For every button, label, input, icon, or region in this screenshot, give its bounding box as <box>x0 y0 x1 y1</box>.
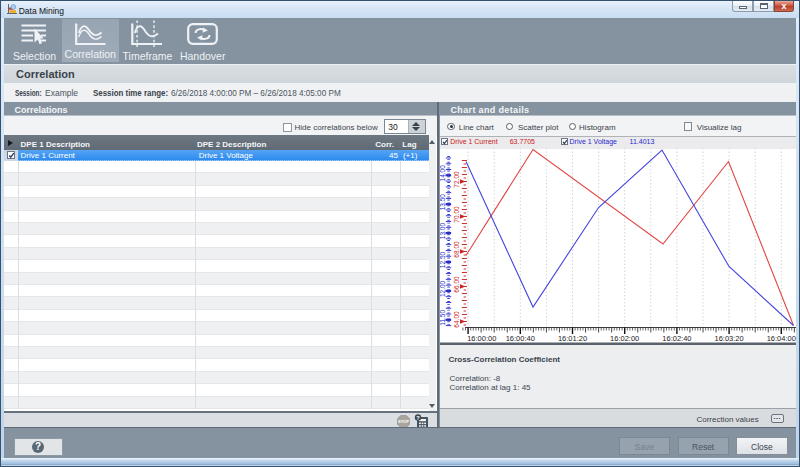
svg-text:12.00: 12.00 <box>440 280 446 297</box>
svg-text:16:02:40: 16:02:40 <box>662 334 691 343</box>
svg-text:12.50: 12.50 <box>440 251 446 268</box>
svg-text:16:04:00: 16:04:00 <box>767 334 796 343</box>
svg-text:16:02:00: 16:02:00 <box>610 334 639 343</box>
svg-text:14.00: 14.00 <box>440 164 446 181</box>
svg-text:66.00: 66.00 <box>453 275 460 292</box>
svg-text:64.00: 64.00 <box>453 310 460 327</box>
svg-text:16:01:20: 16:01:20 <box>558 334 587 343</box>
svg-text:16:00:40: 16:00:40 <box>506 334 535 343</box>
svg-text:16:03:20: 16:03:20 <box>714 334 743 343</box>
svg-text:11.50: 11.50 <box>440 309 446 325</box>
svg-text:16:00:00: 16:00:00 <box>467 334 496 343</box>
svg-text:68.00: 68.00 <box>453 240 460 257</box>
svg-text:13.50: 13.50 <box>440 193 446 210</box>
svg-text:70.00: 70.00 <box>453 205 460 222</box>
svg-text:72.00: 72.00 <box>453 170 460 187</box>
svg-text:13.00: 13.00 <box>440 222 446 239</box>
svg-text:?: ? <box>416 414 420 420</box>
svg-text:STOP: STOP <box>398 419 409 424</box>
